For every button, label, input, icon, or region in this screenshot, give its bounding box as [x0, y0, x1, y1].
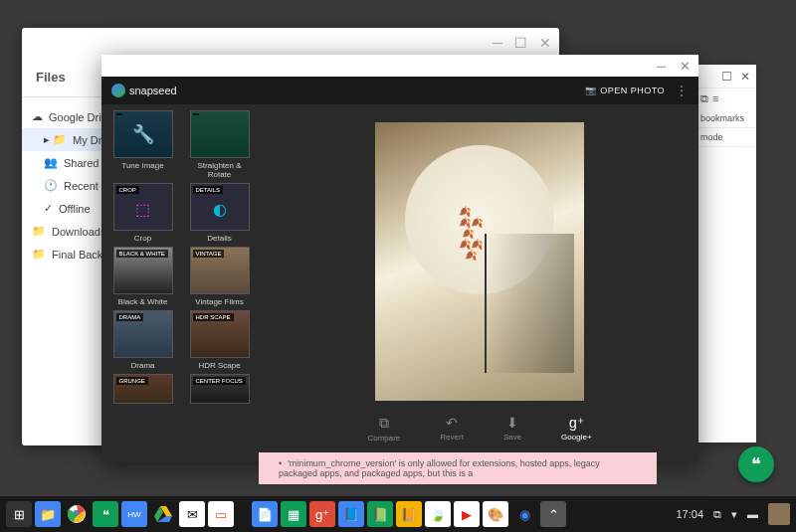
- minimize-icon[interactable]: ─: [493, 35, 502, 51]
- bookmarks-label: bookmarks: [696, 109, 756, 128]
- snapseed-header: snapseed 📷 OPEN PHOTO ⋮: [101, 77, 698, 104]
- action-label: Revert: [440, 433, 464, 442]
- tool-center-focus[interactable]: CENTER FOCUS: [186, 374, 253, 404]
- chrome-titlebar: ☐ ✕: [696, 65, 756, 89]
- tool-hdr[interactable]: HDR SCAPEHDR Scape: [186, 310, 253, 370]
- menu-icon[interactable]: ≡: [712, 92, 718, 105]
- chevron-up-icon[interactable]: ⌃: [540, 501, 566, 527]
- download-icon: 📁: [32, 225, 46, 238]
- tool-tune-image[interactable]: 🔧Tune Image: [109, 110, 176, 179]
- tool-label: Straighten & Rotate: [186, 161, 253, 179]
- action-bar: ⧉Compare ↶Revert ⬇Save g⁺Google+: [261, 411, 698, 454]
- battery-icon[interactable]: ▬: [747, 508, 758, 520]
- docs-icon[interactable]: 📄: [252, 501, 278, 527]
- devices-icon[interactable]: ⧉: [700, 92, 708, 105]
- save-button[interactable]: ⬇Save: [503, 415, 521, 454]
- sidebar-item-label: Downloads: [52, 226, 105, 238]
- tool-drama[interactable]: DRAMADrama: [109, 310, 176, 370]
- photo-preview[interactable]: 🍂🍂🍂 🍂🍂🍂 🍂: [261, 112, 698, 411]
- action-label: Google+: [561, 433, 591, 442]
- download-icon: ⬇: [506, 415, 518, 431]
- revert-button[interactable]: ↶Revert: [440, 415, 464, 454]
- tool-straighten[interactable]: Straighten & Rotate: [186, 110, 253, 179]
- hangouts-taskbar-icon[interactable]: ❝: [93, 501, 118, 527]
- close-icon[interactable]: ✕: [740, 70, 750, 84]
- tools-panel: 🔧Tune Image Straighten & Rotate CROP⬚Cro…: [101, 104, 261, 462]
- youtube-icon[interactable]: ▶: [454, 501, 480, 527]
- clock-icon: 🕐: [44, 179, 58, 192]
- chrome-icon[interactable]: [64, 501, 90, 527]
- action-label: Compare: [367, 434, 400, 443]
- folder-icon: ▸ 📁: [44, 133, 67, 146]
- minimize-icon[interactable]: ─: [657, 59, 666, 74]
- remote-icon[interactable]: ◉: [511, 501, 537, 527]
- tool-grunge[interactable]: GRUNGE: [109, 374, 176, 404]
- google-plus-button[interactable]: g⁺Google+: [561, 415, 591, 454]
- paint-icon[interactable]: 🎨: [483, 501, 508, 527]
- error-text: 'minimum_chrome_version' is only allowed…: [279, 458, 600, 478]
- tool-tag: CROP: [116, 186, 139, 194]
- open-photo-button[interactable]: 📷 OPEN PHOTO: [585, 86, 665, 95]
- folder-icon: 📁: [32, 248, 46, 261]
- files-title: Files: [36, 70, 66, 85]
- hangouts-button[interactable]: ❝: [738, 446, 774, 482]
- error-banner: •'minimum_chrome_version' is only allowe…: [259, 452, 657, 484]
- sheets2-icon[interactable]: 📗: [367, 501, 393, 527]
- close-icon[interactable]: ✕: [539, 35, 551, 51]
- tool-tag: BLACK & WHITE: [116, 250, 168, 258]
- snapseed-titlebar: ─ ✕: [101, 55, 698, 77]
- shared-icon: 👥: [44, 156, 58, 169]
- canvas-area: 🍂🍂🍂 🍂🍂🍂 🍂 ⧉Compare ↶Revert ⬇Save g⁺Googl…: [261, 104, 698, 462]
- snapseed-logo: snapseed: [111, 84, 177, 97]
- docs2-icon[interactable]: 📘: [338, 501, 364, 527]
- tool-tag: HDR SCAPE: [193, 313, 234, 321]
- tool-label: Vintage Films: [195, 297, 243, 306]
- gmail-icon[interactable]: ✉: [179, 501, 205, 527]
- camera-icon: 📷: [585, 86, 597, 95]
- compare-icon: ⧉: [379, 415, 389, 432]
- tool-tag: VINTAGE: [193, 250, 225, 258]
- snapseed-taskbar-icon[interactable]: 🍃: [425, 501, 451, 527]
- files-titlebar: ─ ☐ ✕: [22, 28, 559, 58]
- tool-label: Black & White: [118, 297, 168, 306]
- more-icon[interactable]: ⋮: [675, 83, 689, 98]
- snapseed-logo-icon: [111, 84, 125, 97]
- app-launcher-icon[interactable]: ⊞: [6, 501, 32, 527]
- chrome-window: ☐ ✕ ⧉ ≡ bookmarks mode: [696, 65, 756, 443]
- sidebar-item-label: Offline: [59, 203, 91, 215]
- tool-vintage[interactable]: VINTAGEVintage Films: [186, 247, 253, 306]
- maximize-icon[interactable]: ☐: [514, 35, 527, 51]
- clock[interactable]: 17:04: [676, 508, 703, 520]
- sidebar-item-label: Recent: [64, 180, 99, 192]
- teamgantt-icon[interactable]: ▭: [208, 501, 234, 527]
- google-plus-taskbar-icon[interactable]: g⁺: [309, 501, 335, 527]
- cast-icon[interactable]: ⧉: [713, 508, 721, 521]
- hangouts-icon: ❝: [751, 453, 761, 475]
- tool-label: HDR Scape: [198, 361, 240, 370]
- drive-icon: ☁: [32, 110, 43, 123]
- maximize-icon[interactable]: ☐: [721, 70, 732, 84]
- slides-icon[interactable]: 📙: [396, 501, 422, 527]
- close-icon[interactable]: ✕: [680, 59, 691, 74]
- tool-label: Tune Image: [121, 161, 163, 170]
- sheets-icon[interactable]: ▦: [281, 501, 306, 527]
- wifi-icon[interactable]: ▾: [731, 508, 737, 521]
- tool-label: Crop: [134, 234, 151, 243]
- taskbar: ⊞ 📁 ❝ HW ✉ ▭ 📄 ▦ g⁺ 📘 📗 📙 🍃 ▶ 🎨 ◉ ⌃ 17:0…: [0, 496, 796, 532]
- google-plus-icon: g⁺: [569, 415, 584, 431]
- tool-label: Details: [207, 234, 231, 243]
- drive-taskbar-icon[interactable]: [150, 501, 176, 527]
- open-photo-label: OPEN PHOTO: [600, 86, 665, 95]
- hw-site-icon[interactable]: HW: [121, 501, 147, 527]
- tool-tag: DETAILS: [193, 186, 224, 194]
- brand-label: snapseed: [129, 85, 177, 96]
- avatar[interactable]: [768, 503, 790, 525]
- offline-icon: ✓: [44, 202, 53, 215]
- tool-details[interactable]: DETAILS◐Details: [186, 183, 253, 243]
- tool-tag: [116, 113, 122, 115]
- compare-button[interactable]: ⧉Compare: [367, 415, 400, 454]
- tool-crop[interactable]: CROP⬚Crop: [109, 183, 176, 243]
- files-icon[interactable]: 📁: [35, 501, 61, 527]
- tool-bw[interactable]: BLACK & WHITEBlack & White: [109, 247, 176, 306]
- tool-tag: GRUNGE: [116, 377, 148, 385]
